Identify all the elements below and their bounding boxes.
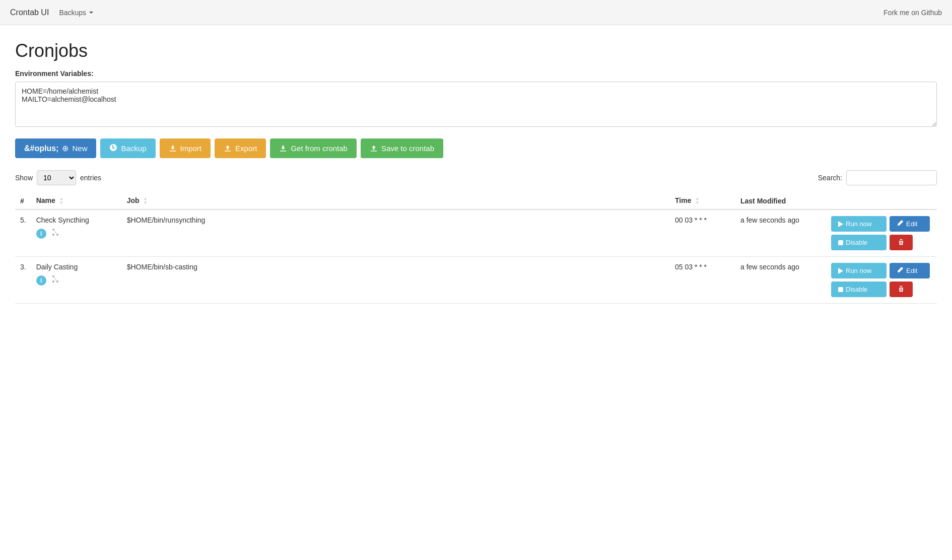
show-label: Show [15,174,33,182]
row-2-edit-button[interactable]: Edit [890,263,930,278]
row-1-time: 00 03 * * * [670,209,735,257]
get-crontab-icon [279,144,287,153]
page-title: Cronjobs [15,40,937,61]
navbar: Crontab UI Backups Fork me on Github [0,0,952,25]
row-2-name: Daily Casting [36,263,117,271]
row-2-name-cell: Daily Casting i [31,257,122,304]
table-row: 3. Daily Casting i $HOME/bin/sb-casting … [15,257,937,304]
col-last-modified: Last Modified [735,192,826,209]
row-1-last-modified: a few seconds ago [735,209,826,257]
row-1-edit-button[interactable]: Edit [890,216,930,232]
run-now-label: Run now [846,267,871,274]
row-1-info-icon[interactable]: i [36,229,46,239]
search-label: Search: [818,174,842,182]
table-row: 5. Check Syncthing i $HOME/bin/runsyncth… [15,209,937,257]
backups-label: Backups [59,9,86,17]
row-1-delete-button[interactable] [890,235,913,250]
new-button[interactable]: &#oplus; ⊕ New [15,138,96,158]
row-2-delete-button[interactable] [890,282,913,297]
job-sort-icon[interactable] [143,197,147,205]
disable-label: Disable [846,239,867,246]
row-1-action-row-1: Run now Edit [831,216,930,232]
col-time: Time [670,192,735,209]
row-2-id: 3. [15,257,31,304]
play-icon [838,268,843,274]
row-2-disable-button[interactable]: Disable [831,282,887,297]
navbar-brand: Crontab UI [10,8,49,17]
col-job: Job [122,192,670,209]
row-1-name-cell: Check Syncthing i [31,209,122,257]
row-1-job: $HOME/bin/runsyncthing [122,209,670,257]
run-now-label: Run now [846,220,871,228]
search-area: Search: [818,170,937,185]
row-1-fork-icon[interactable] [50,227,60,240]
row-1-name: Check Syncthing [36,216,117,224]
row-2-fork-icon[interactable] [50,274,60,287]
navbar-left: Crontab UI Backups [10,8,93,17]
row-1-actions: Run now Edit [826,209,937,257]
save-crontab-icon [370,144,378,153]
row-2-actions: Run now Edit [826,257,937,304]
new-button-label: New [72,144,87,153]
row-2-action-group: Run now Edit [831,263,932,297]
cronjobs-table: # Name Job Time Last Modified [15,192,937,304]
disable-square-icon [838,240,843,245]
row-1-run-now-button[interactable]: Run now [831,216,887,232]
backup-icon [109,144,117,153]
row-2-job: $HOME/bin/sb-casting [122,257,670,304]
action-buttons-row: &#oplus; ⊕ New Backup Import Export [15,138,937,158]
row-2-time: 05 03 * * * [670,257,735,304]
col-hash: # [15,192,31,209]
row-2-last-modified: a few seconds ago [735,257,826,304]
col-actions [826,192,937,209]
table-header: # Name Job Time Last Modified [15,192,937,209]
edit-label: Edit [906,220,917,228]
navbar-fork-link[interactable]: Fork me on Github [883,9,942,17]
search-input[interactable] [846,170,937,185]
get-crontab-button[interactable]: Get from crontab [270,138,357,158]
edit-icon [897,220,904,228]
entries-select[interactable]: 10 25 50 100 [37,170,76,185]
time-sort-icon[interactable] [695,197,699,205]
edit-icon [897,266,904,275]
row-2-info-icon[interactable]: i [36,275,46,286]
export-button-label: Export [235,144,257,153]
row-1-action-group: Run now Edit [831,216,932,250]
row-1-icons: i [36,227,117,240]
show-entries-control: Show 10 25 50 100 entries [15,170,101,185]
row-2-action-row-1: Run now Edit [831,263,930,278]
row-2-action-row-2: Disable [831,282,913,297]
env-variables-label: Environment Variables: [15,69,937,78]
backups-caret-icon [89,12,93,14]
get-crontab-button-label: Get from crontab [291,144,348,153]
edit-label: Edit [906,267,917,274]
row-2-run-now-button[interactable]: Run now [831,263,887,278]
entries-label: entries [80,174,101,182]
import-button-label: Import [180,144,202,153]
export-button[interactable]: Export [215,138,266,158]
navbar-backups-link[interactable]: Backups [59,9,93,17]
trash-icon [898,238,905,247]
save-crontab-button[interactable]: Save to crontab [361,138,443,158]
backup-button[interactable]: Backup [100,138,155,158]
disable-square-icon [838,287,843,292]
row-2-icons: i [36,274,117,287]
disable-label: Disable [846,286,867,293]
row-1-disable-button[interactable]: Disable [831,235,887,250]
table-body: 5. Check Syncthing i $HOME/bin/runsyncth… [15,209,937,304]
save-crontab-button-label: Save to crontab [381,144,434,153]
trash-icon [898,285,905,294]
main-content: Cronjobs Environment Variables: HOME=/ho… [0,25,952,319]
table-controls: Show 10 25 50 100 entries Search: [15,170,937,185]
import-button[interactable]: Import [160,138,211,158]
backup-button-label: Backup [121,144,146,153]
row-1-id: 5. [15,209,31,257]
env-variables-textarea[interactable]: HOME=/home/alchemist MAILTO=alchemist@lo… [15,82,937,127]
col-name: Name [31,192,122,209]
export-icon [224,144,232,153]
row-1-action-row-2: Disable [831,235,913,250]
play-icon [838,221,843,227]
plus-icon: &#oplus; [24,144,58,153]
import-icon [169,144,177,153]
name-sort-icon[interactable] [59,197,63,205]
